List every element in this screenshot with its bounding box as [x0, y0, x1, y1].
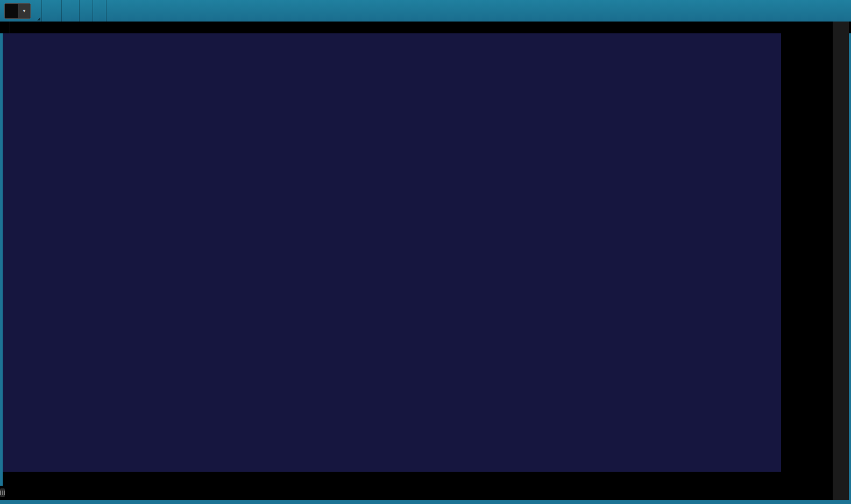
price-axis[interactable]	[781, 22, 833, 500]
top-toolbar: ▼	[0, 0, 851, 22]
bottom-bar	[0, 486, 833, 500]
chevron-down-icon[interactable]: ▼	[18, 4, 30, 18]
right-sidebar	[833, 22, 849, 500]
divider	[61, 0, 62, 22]
link-button[interactable]	[31, 0, 41, 22]
time-axis[interactable]	[3, 472, 781, 486]
change-stack	[80, 0, 93, 22]
symbol-dropdown[interactable]: ▼	[4, 3, 31, 19]
chart-scrollbar[interactable]	[0, 488, 5, 497]
bid-ask-stack	[93, 0, 106, 22]
chart-header-strip	[0, 22, 851, 33]
divider	[106, 0, 107, 22]
chart-canvas[interactable]	[3, 33, 781, 472]
divider	[41, 0, 42, 22]
chart-title	[0, 22, 10, 33]
